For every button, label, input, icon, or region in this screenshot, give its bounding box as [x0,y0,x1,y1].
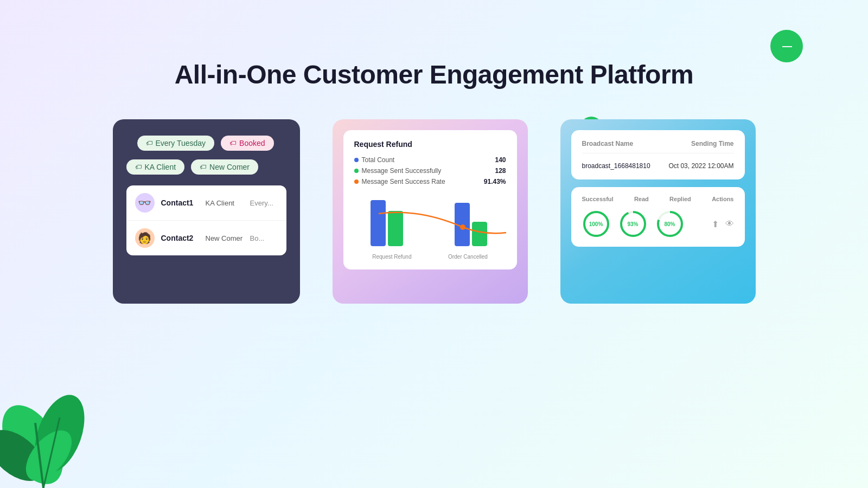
tag-icon: 🏷 [146,139,152,147]
stat-label: Message Sent Success Rate [362,178,445,185]
dot-green [354,169,359,173]
bar-chart-svg [354,192,522,252]
broadcast-time: Oct 03, 2022 12:00AM [668,162,733,170]
svg-rect-3 [472,222,487,246]
contact-tag: New Comer [206,234,244,242]
dot-orange [354,179,359,184]
plant-decoration [0,347,114,488]
eye-icon[interactable]: 👁 [725,219,734,229]
avatar: 🧑 [135,228,155,248]
circle-label-80: 80% [664,221,675,227]
contacts-list: 👓 Contact1 KA Client Every... 🧑 Contact2… [126,185,286,255]
chart-label-order-cancelled: Order Cancelled [448,254,488,260]
contact-tag: KA Client [206,199,244,207]
stats-col-successful: Successful [582,196,614,202]
stats-inner: Successful Read Replied Actions 100% [571,187,745,247]
chart-svg-area [354,192,506,252]
circle-container: 100% [582,210,610,238]
broadcast-inner: Broadcast Name Sending Time broadcast_16… [571,130,745,179]
broadcast-name: broadcast_1668481810 [582,162,650,170]
tags-row-2: 🏷 KA Client 🏷 New Comer [126,159,286,175]
deco-circle-large [770,30,803,62]
tag-icon: 🏷 [229,139,236,147]
stats-values: 100% 93% [582,210,734,238]
contact-extra: Every... [250,199,273,207]
chart-stat-row: Message Sent Success Rate 91.43% [354,178,506,185]
chart-inner: Request Refund Total Count 140 Message S… [343,130,517,269]
tag-ka-client[interactable]: 🏷 KA Client [126,159,185,175]
stat-value: 128 [495,167,506,175]
circle-container: 93% [619,210,647,238]
stats-col-actions: Actions [712,196,733,202]
stats-header: Successful Read Replied Actions [582,196,734,202]
tag-icon: 🏷 [200,163,206,171]
chart-labels: Request Refund Order Cancelled [354,254,506,260]
tag-booked[interactable]: 🏷 Booked [221,136,273,151]
tag-new-comer[interactable]: 🏷 New Comer [191,159,258,175]
circle-label-100: 100% [589,221,603,227]
chart-label-request-refund: Request Refund [372,254,411,260]
card-broadcast: Broadcast Name Sending Time broadcast_16… [560,119,756,304]
table-row[interactable]: 🧑 Contact2 New Comer Bo... [126,221,286,255]
contact-extra: Bo... [250,234,265,242]
chart-stat-row: Message Sent Successfully 128 [354,167,506,175]
stat-label: Message Sent Successfully [362,167,442,175]
cards-container: 🏷 Every Tuesday 🏷 Booked 🏷 KA Client 🏷 N… [0,119,868,304]
avatar: 👓 [135,193,155,213]
dot-blue [354,158,359,162]
contact-name: Contact1 [161,198,199,207]
tag-every-tuesday[interactable]: 🏷 Every Tuesday [137,136,215,151]
upload-icon[interactable]: ⬆ [712,219,719,229]
circular-progress-replied: 80% [656,210,684,238]
tags-row-1: 🏷 Every Tuesday 🏷 Booked [126,136,286,151]
broadcast-col2-header: Sending Time [691,140,733,147]
broadcast-row[interactable]: broadcast_1668481810 Oct 03, 2022 12:00A… [582,162,734,170]
svg-rect-1 [388,211,403,246]
circular-progress-successful: 100% [582,210,610,238]
chart-title: Request Refund [354,140,506,149]
tag-icon: 🏷 [135,163,142,171]
card-chart: Request Refund Total Count 140 Message S… [333,119,528,304]
chart-stat-row: Total Count 140 [354,156,506,164]
stat-label-group: Total Count [354,156,395,164]
circular-progress-read: 93% [619,210,647,238]
contact-name: Contact2 [161,234,199,242]
card-contacts: 🏷 Every Tuesday 🏷 Booked 🏷 KA Client 🏷 N… [113,119,300,304]
broadcast-header: Broadcast Name Sending Time [582,140,734,153]
stat-value: 140 [495,156,506,164]
broadcast-col1-header: Broadcast Name [582,140,634,147]
stat-label-group: Message Sent Successfully [354,167,442,175]
page-title: All-in-One Customer Engagement Platform [0,0,868,89]
circle-label-93: 93% [627,221,638,227]
stat-value: 91.43% [484,178,506,185]
stat-label-group: Message Sent Success Rate [354,178,445,185]
stats-col-read: Read [634,196,649,202]
stats-col-replied: Replied [669,196,691,202]
stat-label: Total Count [362,156,395,164]
circle-container: 80% [656,210,684,238]
table-row[interactable]: 👓 Contact1 KA Client Every... [126,185,286,221]
svg-rect-0 [371,200,386,246]
svg-point-4 [460,224,465,230]
stats-actions: ⬆ 👁 [712,219,734,229]
